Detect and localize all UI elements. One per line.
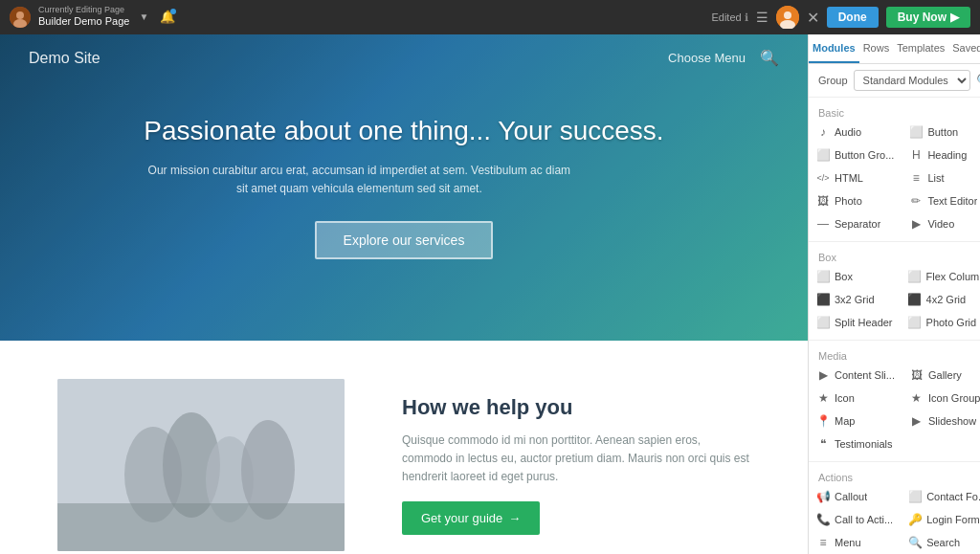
module-button-group[interactable]: ⬜ Button Gro...	[809, 144, 902, 166]
page-chevron-button[interactable]: ▼	[137, 10, 150, 24]
module-text-editor[interactable]: ✏ Text Editor	[902, 189, 980, 212]
3x2-grid-icon: ⬛	[816, 293, 830, 306]
module-menu[interactable]: ≡ Menu	[809, 531, 901, 554]
button-group-icon: ⬜	[816, 148, 830, 162]
close-button[interactable]: ✕	[807, 9, 819, 27]
menu-module-icon: ≡	[816, 536, 830, 549]
module-list[interactable]: ≡ List	[902, 166, 980, 189]
panel-search-button[interactable]: 🔍	[976, 73, 980, 88]
module-content-slider[interactable]: ▶ Content Sli...	[809, 364, 902, 387]
hero-nav: Demo Site Choose Menu 🔍	[0, 34, 808, 81]
editing-info: Currently Editing Page Builder Demo Page	[38, 6, 129, 28]
module-gallery[interactable]: 🖼 Gallery	[902, 364, 980, 387]
module-callout[interactable]: 📢 Callout	[809, 485, 901, 508]
basic-module-grid: ♪ Audio ⬜ Button ⬜ Button Gro... H Headi…	[809, 121, 980, 235]
arrow-icon: ▶	[950, 11, 959, 24]
separator-icon: —	[816, 217, 830, 231]
module-split-header[interactable]: ⬜ Split Header	[809, 311, 901, 334]
module-photo-grid[interactable]: ⬜ Photo Grid	[901, 311, 980, 334]
4x2-grid-icon: ⬛	[908, 293, 922, 306]
module-audio[interactable]: ♪ Audio	[809, 121, 902, 144]
media-section-title: Media	[809, 346, 980, 364]
second-title: How we help you	[402, 395, 750, 420]
tab-saved[interactable]: Saved	[948, 34, 980, 63]
content-slider-icon: ▶	[816, 368, 830, 382]
module-testimonials[interactable]: ❝ Testimonials	[809, 432, 902, 455]
module-button[interactable]: ⬜ Button	[902, 121, 980, 144]
flex-column-icon: ⬜	[908, 270, 922, 283]
panel-tabs: Modules Rows Templates Saved	[809, 34, 980, 64]
people-image-placeholder	[57, 379, 345, 551]
module-contact-form[interactable]: ⬜ Contact Fo...	[901, 485, 980, 508]
group-row: Group Standard Modules 🔍	[809, 64, 980, 98]
testimonials-icon: ❝	[816, 437, 830, 451]
media-section: Media ▶ Content Sli... 🖼 Gallery ★ Icon …	[809, 341, 980, 462]
notifications-button[interactable]: 🔔	[158, 8, 177, 26]
group-select[interactable]: Standard Modules	[854, 70, 970, 91]
group-label: Group	[818, 75, 848, 86]
done-button[interactable]: Done	[827, 7, 879, 28]
box-section-title: Box	[809, 248, 980, 265]
basic-section-title: Basic	[809, 103, 980, 121]
tab-templates[interactable]: Templates	[893, 34, 948, 63]
second-section-text: How we help you Quisque commodo id mi no…	[402, 395, 750, 536]
tab-rows[interactable]: Rows	[859, 34, 894, 63]
audio-icon: ♪	[816, 125, 830, 139]
hero-section: Demo Site Choose Menu 🔍 Passionate about…	[0, 34, 808, 341]
hero-subtitle: Our mission curabitur arcu erat, accumsa…	[144, 162, 574, 198]
tab-modules[interactable]: Modules	[809, 34, 859, 63]
page-name-label: Builder Demo Page	[38, 14, 129, 28]
actions-module-grid: 📢 Callout ⬜ Contact Fo... 📞 Call to Acti…	[809, 485, 980, 554]
slideshow-icon: ▶	[910, 414, 924, 428]
video-icon: ▶	[909, 217, 923, 231]
html-icon: </>	[816, 171, 830, 185]
module-call-to-action[interactable]: 📞 Call to Acti...	[809, 508, 901, 531]
choose-menu-link[interactable]: Choose Menu	[668, 51, 746, 65]
hero-search-icon[interactable]: 🔍	[760, 49, 779, 67]
edited-label: Edited ℹ	[711, 11, 747, 24]
info-icon: ℹ	[745, 11, 748, 24]
module-html[interactable]: </> HTML	[809, 166, 902, 189]
text-editor-icon: ✏	[909, 194, 923, 208]
get-guide-button[interactable]: Get your guide →	[402, 501, 540, 535]
module-flex-column[interactable]: ⬜ Flex Colum...	[901, 265, 980, 288]
svg-rect-11	[57, 503, 345, 551]
module-box[interactable]: ⬜ Box	[809, 265, 901, 288]
explore-button[interactable]: Explore our services	[315, 221, 494, 259]
login-form-icon: 🔑	[908, 513, 922, 526]
buy-now-button[interactable]: Buy Now ▶	[886, 7, 970, 28]
hero-nav-right: Choose Menu 🔍	[668, 49, 779, 67]
module-map[interactable]: 📍 Map	[809, 410, 902, 432]
photo-icon: 🖼	[816, 194, 830, 208]
team-image	[57, 379, 345, 551]
module-4x2-grid[interactable]: ⬛ 4x2 Grid	[901, 288, 980, 311]
module-photo[interactable]: 🖼 Photo	[809, 189, 902, 212]
box-section: Box ⬜ Box ⬜ Flex Colum... ⬛ 3x2 Grid ⬛ 4…	[809, 242, 980, 341]
module-search[interactable]: 🔍 Search	[901, 531, 980, 554]
basic-section: Basic ♪ Audio ⬜ Button ⬜ Button Gro... H…	[809, 98, 980, 242]
module-3x2-grid[interactable]: ⬛ 3x2 Grid	[809, 288, 901, 311]
top-bar: Currently Editing Page Builder Demo Page…	[0, 0, 980, 34]
module-separator[interactable]: — Separator	[809, 212, 902, 235]
arrow-right-icon: →	[508, 511, 521, 525]
editing-label: Currently Editing Page	[38, 6, 129, 14]
hamburger-menu-button[interactable]: ☰	[756, 10, 768, 25]
hero-content: Passionate about one thing... Your succe…	[144, 116, 663, 259]
contact-form-icon: ⬜	[908, 490, 922, 503]
call-to-action-icon: 📞	[816, 513, 830, 526]
main-layout: Demo Site Choose Menu 🔍 Passionate about…	[0, 34, 980, 554]
module-slideshow[interactable]: ▶ Slideshow	[902, 410, 980, 432]
module-icon-group[interactable]: ★ Icon Group	[902, 387, 980, 410]
module-icon[interactable]: ★ Icon	[809, 387, 902, 410]
top-bar-left: Currently Editing Page Builder Demo Page…	[10, 6, 177, 28]
actions-section: Actions 📢 Callout ⬜ Contact Fo... 📞 Call…	[809, 462, 980, 554]
module-video[interactable]: ▶ Video	[902, 212, 980, 235]
profile-button[interactable]	[776, 6, 799, 29]
second-paragraph: Quisque commodo id mi non porttitor. Aen…	[402, 432, 750, 487]
module-login-form[interactable]: 🔑 Login Form	[901, 508, 980, 531]
photo-grid-icon: ⬜	[908, 316, 922, 329]
media-module-grid: ▶ Content Sli... 🖼 Gallery ★ Icon ★ Icon…	[809, 364, 980, 455]
list-icon: ≡	[909, 171, 923, 185]
module-heading[interactable]: H Heading	[902, 144, 980, 166]
actions-section-title: Actions	[809, 468, 980, 485]
